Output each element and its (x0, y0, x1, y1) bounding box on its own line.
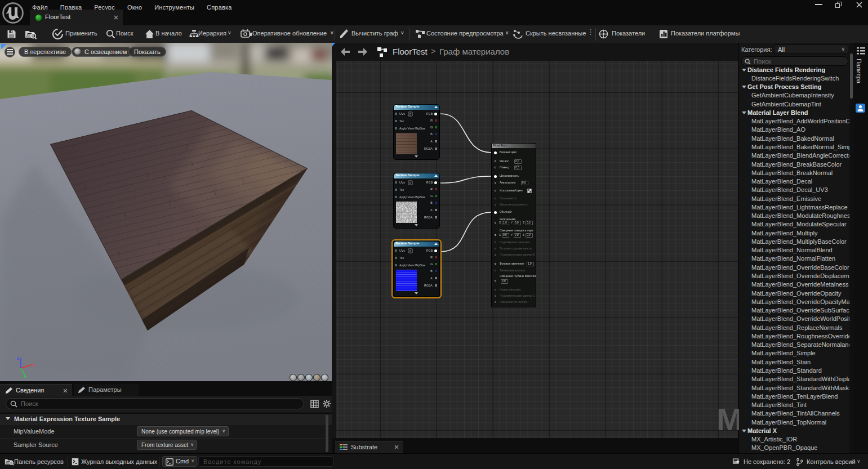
svg-text:x: x (32, 363, 34, 368)
svg-text:z: z (17, 355, 20, 361)
